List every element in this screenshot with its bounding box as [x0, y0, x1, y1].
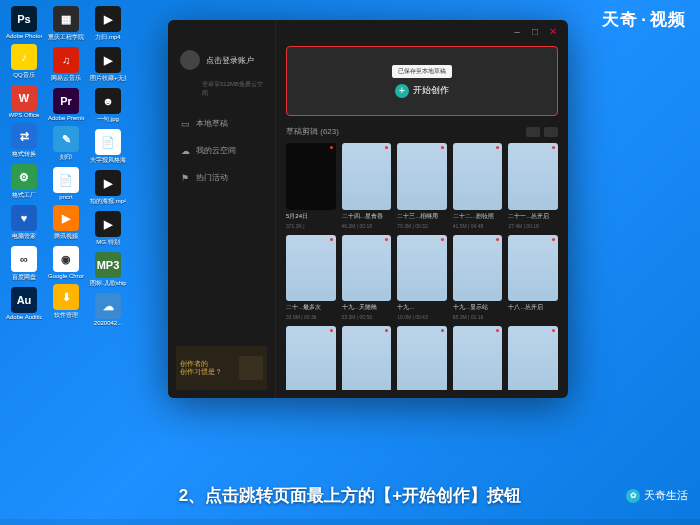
folder-icon: ▭ — [180, 119, 190, 129]
app-window: – □ ✕ 点击登录账户 登录享512MB免费云空间 ▭本地草稿 ☁我的云空间 … — [168, 20, 568, 398]
desktop-icon[interactable]: WWPS Office — [6, 85, 42, 118]
view-grid-button[interactable] — [526, 127, 540, 137]
draft-card[interactable]: 二十...最多次33.9M | 00:36 — [286, 235, 336, 320]
plus-icon: + — [395, 84, 409, 98]
desktop-icon[interactable]: PsAdobe Photosh... — [6, 6, 42, 39]
minimize-button[interactable]: – — [512, 26, 522, 36]
maximize-button[interactable]: □ — [530, 26, 540, 36]
instruction-caption: 2、点击跳转页面最上方的【+开始创作】按钮 — [179, 484, 521, 507]
save-tooltip: 已保存至本地草稿 — [392, 65, 452, 78]
draft-card[interactable]: 二十四...星食香46.2M | 00:18 — [342, 143, 392, 228]
desktop-icon[interactable]: 📄大字报风格海报202004.p — [90, 129, 126, 165]
draft-card[interactable]: 二十三...相继用70.3M | 00:32 — [397, 143, 447, 228]
promo-banner[interactable]: 创作者的创作习惯是？ — [176, 346, 267, 390]
desktop-icon[interactable]: ▦重庆工程学院数字媒体 — [48, 6, 84, 42]
desktop-icon[interactable]: PrAdobe Premiere — [48, 88, 84, 121]
draft-card[interactable]: 十八...丛开启 — [508, 235, 558, 320]
nav-local-drafts[interactable]: ▭本地草稿 — [176, 112, 267, 135]
titlebar: – □ ✕ — [502, 20, 568, 42]
draft-card[interactable]: 十九...天随舱53.3M | 00:56 — [342, 235, 392, 320]
desktop-icon[interactable]: ♫网易云音乐 — [48, 47, 84, 83]
close-button[interactable]: ✕ — [548, 26, 558, 36]
draft-card[interactable]: 十九...显示站65.3M | 01:16 — [453, 235, 503, 320]
taskbar — [0, 519, 700, 525]
draft-card[interactable] — [342, 326, 392, 390]
avatar-icon — [180, 50, 200, 70]
draft-card[interactable]: 5月24日371.3K | — [286, 143, 336, 228]
draft-card[interactable] — [286, 326, 336, 390]
desktop-icon[interactable]: ⚙格式工厂 — [6, 164, 42, 200]
nav-activity[interactable]: ⚑热门活动 — [176, 166, 267, 189]
desktop-icon[interactable]: ∞百度网盘 — [6, 246, 42, 282]
main-panel: 已保存至本地草稿 + 开始创作 草稿剪辑 (623) 5月24日371.3K |… — [276, 20, 568, 398]
desktop-icon[interactable]: AuAdobe Audition — [6, 287, 42, 320]
draft-card[interactable]: 二十二...剧妆照41.5M | 04:48 — [453, 143, 503, 228]
footer-logo: ✿天奇生活 — [626, 488, 688, 503]
draft-card[interactable] — [397, 326, 447, 390]
drafts-grid: 5月24日371.3K | 二十四...星食香46.2M | 00:18二十三.… — [286, 143, 558, 390]
nav-cloud[interactable]: ☁我的云空间 — [176, 139, 267, 162]
desktop-icon[interactable]: ▶腾讯视频 — [48, 205, 84, 241]
storage-hint: 登录享512MB免费云空间 — [176, 78, 267, 108]
desktop-icon[interactable]: ☁2020042... — [90, 293, 126, 326]
desktop-icon[interactable]: ⬇软件管理 — [48, 284, 84, 320]
desktop-icon[interactable]: ▶MG.特别 — [90, 211, 126, 247]
cloud-icon: ☁ — [180, 146, 190, 156]
desktop-icon[interactable]: MP3图标.儿歌shipinzip... — [90, 252, 126, 288]
draft-card[interactable]: 二十一...丛开启27.4M | 00:18 — [508, 143, 558, 228]
desktop-icon[interactable]: ▶图片收藏+无损音乐.mp4 — [90, 47, 126, 83]
desktop-icon[interactable]: ▶力归.mp4 — [90, 6, 126, 42]
view-list-button[interactable] — [544, 127, 558, 137]
login-button[interactable]: 点击登录账户 — [176, 46, 267, 74]
flag-icon: ⚑ — [180, 173, 190, 183]
create-box: 已保存至本地草稿 + 开始创作 — [286, 46, 558, 116]
desktop-icon[interactable]: ☻一句.jpg — [90, 88, 126, 124]
desktop-icon[interactable]: ♥电脑管家 — [6, 205, 42, 241]
desktop-icon[interactable]: ◉Google Chrome — [48, 246, 84, 279]
desktop-icon[interactable]: ✎刻印 — [48, 126, 84, 162]
start-create-button[interactable]: + 开始创作 — [395, 84, 449, 98]
section-header: 草稿剪辑 (623) — [286, 126, 558, 137]
desktop-icon[interactable]: 📄pncrt — [48, 167, 84, 200]
desktop-icon[interactable]: ♪QQ音乐 — [6, 44, 42, 80]
desktop-icon[interactable]: ▶拍的海报.mp4 — [90, 170, 126, 206]
promo-image — [239, 356, 263, 380]
draft-card[interactable]: 十九...10.0M | 00:43 — [397, 235, 447, 320]
sidebar: 点击登录账户 登录享512MB免费云空间 ▭本地草稿 ☁我的云空间 ⚑热门活动 … — [168, 20, 276, 398]
desktop-icon[interactable]: ⇄格式转换 — [6, 123, 42, 159]
draft-card[interactable] — [453, 326, 503, 390]
draft-card[interactable] — [508, 326, 558, 390]
